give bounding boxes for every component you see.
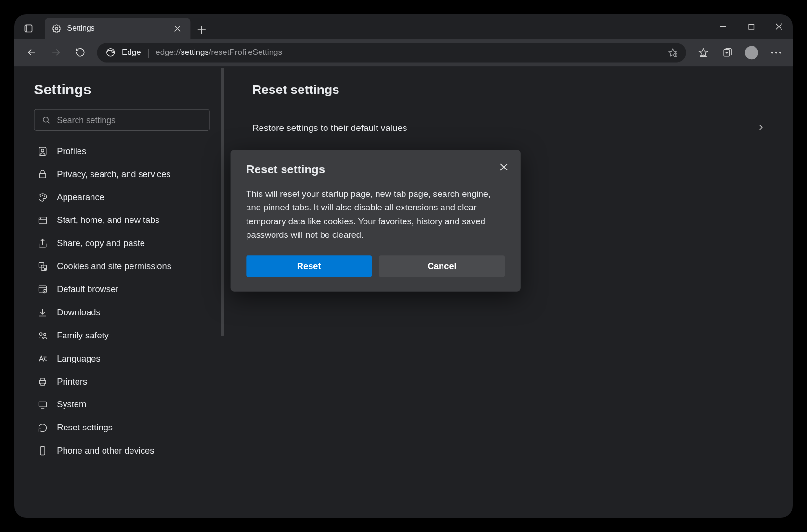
- window-minimize-button[interactable]: [709, 14, 737, 39]
- svg-point-36: [44, 196, 45, 197]
- address-bar[interactable]: Edge | edge://settings/resetProfileSetti…: [97, 43, 686, 62]
- svg-point-34: [40, 196, 41, 197]
- tab-close-button[interactable]: [170, 21, 184, 36]
- nav-system[interactable]: System: [34, 393, 209, 416]
- svg-point-26: [771, 52, 773, 53]
- nav-appearance[interactable]: Appearance: [34, 185, 209, 208]
- nav-label: Reset settings: [57, 423, 113, 432]
- svg-rect-8: [748, 24, 753, 29]
- nav-reset[interactable]: Reset settings: [34, 416, 209, 439]
- nav-family[interactable]: Family safety: [34, 324, 209, 347]
- address-url: edge://settings/resetProfileSettings: [156, 48, 282, 57]
- nav-cookies[interactable]: Cookies and site permissions: [34, 255, 209, 278]
- svg-point-35: [42, 195, 43, 195]
- svg-point-28: [779, 52, 781, 53]
- favorite-icon[interactable]: [668, 48, 677, 57]
- svg-rect-33: [39, 173, 45, 178]
- tab-title: Settings: [67, 24, 164, 33]
- nav-label: Start, home, and new tabs: [57, 215, 159, 225]
- svg-point-32: [41, 149, 43, 151]
- browser-window: Settings Edge | edge://settings/resetPro…: [14, 14, 793, 518]
- system-icon: [36, 399, 48, 409]
- reset-settings-dialog: Reset settings This will reset your star…: [231, 150, 521, 292]
- gear-icon: [52, 24, 61, 33]
- nav-label: Cookies and site permissions: [57, 261, 171, 271]
- svg-marker-18: [699, 48, 707, 56]
- back-button[interactable]: [21, 41, 42, 63]
- settings-nav: Profiles Privacy, search, and services A…: [34, 140, 209, 462]
- nav-privacy[interactable]: Privacy, search, and services: [34, 162, 209, 185]
- dialog-title: Reset settings: [246, 163, 505, 177]
- nav-profiles[interactable]: Profiles: [34, 140, 209, 163]
- address-product-label: Edge: [122, 48, 141, 57]
- restore-defaults-row[interactable]: Restore settings to their default values: [252, 114, 765, 141]
- svg-point-13: [107, 49, 115, 56]
- window-maximize-button[interactable]: [737, 14, 765, 39]
- new-tab-button[interactable]: [194, 22, 208, 37]
- settings-search-input[interactable]: [57, 115, 202, 125]
- svg-rect-52: [39, 380, 45, 384]
- nav-label: Downloads: [57, 308, 100, 317]
- svg-point-27: [775, 52, 777, 53]
- reset-icon: [36, 422, 48, 432]
- language-icon: [36, 353, 48, 363]
- nav-share[interactable]: Share, copy and paste: [34, 232, 209, 255]
- svg-point-2: [55, 27, 58, 30]
- tab-actions-button[interactable]: [18, 18, 39, 39]
- profile-icon: [36, 146, 48, 156]
- more-button[interactable]: [765, 41, 787, 63]
- refresh-button[interactable]: [69, 41, 91, 63]
- svg-line-30: [48, 121, 50, 123]
- svg-rect-0: [25, 25, 32, 32]
- forward-button[interactable]: [45, 41, 66, 63]
- tab-settings[interactable]: Settings: [45, 18, 190, 39]
- nav-phone[interactable]: Phone and other devices: [34, 439, 209, 462]
- collections-button[interactable]: [716, 41, 738, 63]
- dialog-buttons: Reset Cancel: [246, 255, 505, 277]
- main-heading: Reset settings: [252, 82, 765, 97]
- toolbar: Edge | edge://settings/resetProfileSetti…: [14, 39, 793, 66]
- family-icon: [36, 330, 48, 340]
- settings-heading: Settings: [34, 81, 209, 98]
- content-area: Settings Profiles Privacy, search, and s…: [14, 66, 793, 518]
- svg-rect-55: [39, 402, 46, 407]
- nav-label: Profiles: [57, 146, 86, 156]
- nav-downloads[interactable]: Downloads: [34, 301, 209, 324]
- search-icon: [42, 116, 51, 125]
- nav-label: Share, copy and paste: [57, 238, 145, 248]
- dialog-close-button[interactable]: [495, 158, 512, 175]
- favorites-button[interactable]: [692, 41, 714, 63]
- tab-strip: Settings: [14, 14, 793, 39]
- settings-main: Reset settings Restore settings to their…: [224, 66, 793, 518]
- nav-label: Appearance: [57, 192, 104, 202]
- browser-check-icon: [36, 284, 48, 294]
- nav-label: Privacy, search, and services: [57, 169, 170, 179]
- nav-default-browser[interactable]: Default browser: [34, 278, 209, 301]
- reset-button[interactable]: Reset: [246, 255, 372, 277]
- nav-label: Family safety: [57, 330, 109, 340]
- settings-search[interactable]: [34, 109, 209, 131]
- profile-button[interactable]: [741, 41, 762, 63]
- nav-label: System: [57, 400, 86, 409]
- nav-printers[interactable]: Printers: [34, 370, 209, 393]
- pane-divider[interactable]: [221, 68, 224, 336]
- svg-point-25: [749, 49, 754, 53]
- settings-sidebar: Settings Profiles Privacy, search, and s…: [14, 66, 221, 518]
- svg-point-39: [40, 218, 40, 218]
- cancel-button[interactable]: Cancel: [379, 255, 505, 277]
- nav-label: Default browser: [57, 285, 118, 294]
- svg-point-49: [39, 332, 42, 335]
- nav-start[interactable]: Start, home, and new tabs: [34, 208, 209, 232]
- cookies-icon: [36, 261, 48, 271]
- svg-point-50: [43, 333, 45, 335]
- printer-icon: [36, 376, 48, 387]
- edge-logo-icon: [105, 47, 116, 57]
- dialog-body: This will reset your startup page, new t…: [246, 187, 505, 242]
- phone-icon: [36, 445, 48, 455]
- nav-label: Phone and other devices: [57, 446, 154, 455]
- nav-label: Printers: [57, 376, 87, 386]
- window-close-button[interactable]: [765, 14, 793, 39]
- nav-languages[interactable]: Languages: [34, 347, 209, 370]
- share-icon: [36, 238, 48, 248]
- nav-label: Languages: [57, 353, 100, 363]
